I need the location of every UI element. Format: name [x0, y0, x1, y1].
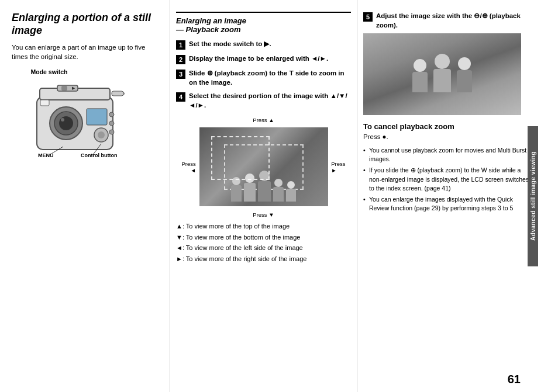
- svg-text:MENU: MENU: [38, 152, 54, 158]
- svg-rect-17: [40, 100, 49, 106]
- subsection-title: Enlarging an image — Playback zoom: [176, 16, 351, 34]
- step-1-text: Set the mode switch to ▶.: [189, 40, 271, 49]
- step-4-text: Select the desired portion of the image …: [189, 92, 351, 110]
- photo-person-1: [412, 59, 428, 92]
- nav-image: [199, 127, 328, 206]
- middle-column: Enlarging an image — Playback zoom 1 Set…: [170, 0, 357, 392]
- right-column: 5 Adjust the image size with the ⊖/⊕ (pl…: [357, 0, 538, 392]
- section-title: Enlarging a portion of a still image: [12, 12, 161, 37]
- step-4: 4 Select the desired portion of the imag…: [176, 92, 351, 110]
- step-5-text: Adjust the image size with the ⊖/⊕ (play…: [376, 12, 529, 30]
- step-4-number: 4: [176, 92, 185, 102]
- svg-point-8: [61, 118, 64, 122]
- steps-list: 1 Set the mode switch to ▶. 2 Display th…: [176, 40, 351, 110]
- svg-text:Control button: Control button: [81, 152, 117, 158]
- note-0: You cannot use playback zoom for movies …: [363, 146, 529, 164]
- press-up-label: Press ▲: [253, 117, 274, 123]
- side-tab: Advanced still image viewing: [528, 126, 538, 266]
- svg-point-12: [109, 130, 114, 134]
- step-5-number: 5: [363, 12, 373, 22]
- nav-bullet-list: ▲: To view more of the top of the image …: [176, 221, 351, 263]
- step-5-header: 5 Adjust the image size with the ⊖/⊕ (pl…: [363, 12, 529, 30]
- cancel-zoom-text: Press ●.: [363, 133, 529, 140]
- note-1: If you slide the ⊕ (playback zoom) to th…: [363, 166, 529, 193]
- photo-person-2: [433, 54, 451, 92]
- svg-point-11: [109, 121, 114, 126]
- step-1: 1 Set the mode switch to ▶.: [176, 40, 351, 50]
- nav-image-inner: [199, 127, 328, 206]
- press-right-label: Press ►: [331, 161, 345, 174]
- step-3-number: 3: [176, 70, 185, 79]
- step-2: 2 Display the image to be enlarged with …: [176, 54, 351, 64]
- left-column: Enlarging a portion of a still image You…: [0, 0, 170, 392]
- page-container: Enlarging a portion of a still image You…: [0, 0, 558, 392]
- nav-bullet-2: ◄: To view more of the left side of the …: [176, 243, 351, 253]
- svg-point-10: [109, 112, 114, 117]
- note-2: You can enlarge the images displayed wit…: [363, 195, 529, 213]
- svg-rect-3: [61, 86, 67, 91]
- press-left-label: Press ◄: [182, 161, 196, 174]
- nav-bullet-3: ►: To view more of the right side of the…: [176, 254, 351, 264]
- camera-diagram: Mode switch ▶: [12, 68, 161, 167]
- intro-text: You can enlarge a part of an image up to…: [12, 43, 161, 61]
- photo-person-3: [457, 57, 472, 92]
- photo-placeholder: [363, 33, 521, 115]
- svg-rect-9: [87, 109, 107, 125]
- svg-point-7: [59, 116, 73, 130]
- step-1-number: 1: [176, 40, 185, 50]
- bullet-notes: You cannot use playback zoom for movies …: [363, 146, 529, 213]
- camera-svg: ▶: [25, 77, 142, 167]
- step-2-text: Display the image to be enlarged with ◄/…: [189, 54, 328, 64]
- nav-diagram: Press ▲: [182, 116, 346, 218]
- nav-bullet-0: ▲: To view more of the top of the image: [176, 221, 351, 231]
- page-number: 61: [508, 373, 521, 386]
- nav-bullet-1: ▼: To view more of the bottom of the ima…: [176, 233, 351, 242]
- cancel-zoom-title: To cancel playback zoom: [363, 122, 529, 131]
- mode-switch-label: Mode switch: [31, 68, 68, 75]
- section-divider: [176, 12, 351, 13]
- side-tab-text: Advanced still image viewing: [530, 151, 536, 241]
- svg-point-14: [98, 131, 105, 138]
- press-down-label: Press ▼: [253, 211, 274, 218]
- svg-rect-16: [112, 91, 123, 96]
- photo-inner: [363, 33, 521, 115]
- step-3: 3 Slide ⊕ (playback zoom) to the T side …: [176, 69, 351, 87]
- step-2-number: 2: [176, 55, 185, 64]
- step-3-text: Slide ⊕ (playback zoom) to the T side to…: [189, 69, 351, 87]
